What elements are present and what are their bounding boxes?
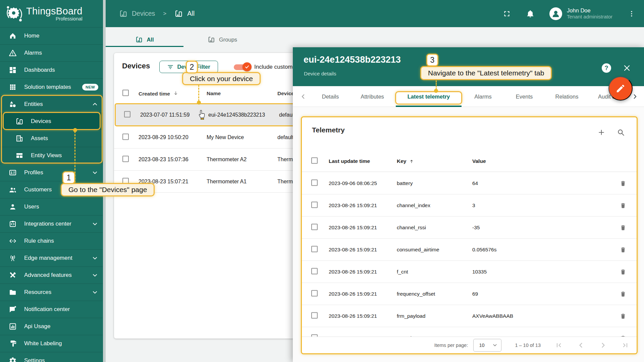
tab-events[interactable]: Events bbox=[516, 86, 533, 107]
sidebar-item-settings[interactable]: Settings bbox=[0, 352, 103, 362]
tab-relations[interactable]: Relations bbox=[555, 86, 579, 107]
delete-icon[interactable] bbox=[620, 290, 627, 297]
sidebar-item-entities[interactable]: Entities bbox=[0, 96, 103, 113]
sidebar-item-integrations-center[interactable]: Integrations center bbox=[0, 215, 103, 232]
avatar[interactable] bbox=[549, 7, 562, 20]
column-created-time[interactable]: Created time bbox=[139, 90, 179, 97]
sidebar-item-advanced-features[interactable]: Advanced features bbox=[0, 266, 103, 284]
sidebar-item-home[interactable]: Home bbox=[0, 27, 103, 44]
row-checkbox[interactable] bbox=[311, 312, 318, 318]
help-button[interactable]: ? bbox=[602, 63, 611, 73]
sidebar-item-resources[interactable]: Resources bbox=[0, 284, 103, 301]
sidebar-item-devices[interactable]: Devices bbox=[0, 113, 103, 130]
sidebar-item-dashboards[interactable]: Dashboards bbox=[0, 61, 103, 78]
telemetry-row[interactable]: 2023-09-06 08:06:25 battery 64 bbox=[302, 172, 637, 194]
delete-icon[interactable] bbox=[620, 246, 627, 253]
tabs-scroll-left-icon[interactable] bbox=[300, 93, 307, 100]
sidebar-item-api-usage[interactable]: Api Usage bbox=[0, 318, 103, 335]
device-name: eui-24e124538b223213 bbox=[208, 112, 265, 118]
folder-icon bbox=[9, 288, 17, 296]
include-customers-toggle-thumb[interactable] bbox=[243, 62, 252, 71]
select-all-checkbox[interactable] bbox=[311, 158, 318, 164]
notifications-bell-icon[interactable] bbox=[526, 9, 535, 18]
telemetry-row[interactable]: 2023-08-26 15:09:21 f_cnt 10335 bbox=[302, 261, 637, 283]
row-checkbox[interactable] bbox=[122, 133, 129, 140]
delete-icon[interactable] bbox=[620, 180, 627, 187]
telemetry-table-header: Last update time Key Value bbox=[302, 151, 637, 172]
device-title: eui-24e124538b223213 bbox=[304, 55, 401, 65]
tab-groups[interactable]: Groups bbox=[208, 32, 237, 47]
fullscreen-icon[interactable] bbox=[502, 9, 511, 18]
close-icon[interactable] bbox=[623, 64, 631, 72]
breadcrumb-all[interactable]: All bbox=[174, 9, 195, 18]
sidebar-item-edge-management[interactable]: Edge management bbox=[0, 249, 103, 266]
items-per-page-select[interactable]: 10 bbox=[473, 339, 501, 352]
last-page-icon[interactable] bbox=[621, 341, 629, 349]
delete-icon[interactable] bbox=[620, 268, 627, 275]
callout-2-text: Click on your device bbox=[182, 72, 261, 85]
callout-2-connector bbox=[198, 85, 199, 101]
row-checkbox[interactable] bbox=[311, 224, 318, 230]
telemetry-row[interactable]: 2023-08-26 15:09:21 consumed_airtime 0.0… bbox=[302, 239, 637, 261]
breadcrumb-devices[interactable]: Devices bbox=[119, 9, 155, 18]
delete-icon[interactable] bbox=[620, 312, 627, 319]
tab-alarms[interactable]: Alarms bbox=[474, 86, 491, 107]
sidebar-item-assets[interactable]: Assets bbox=[0, 130, 103, 147]
select-all-checkbox[interactable] bbox=[122, 90, 129, 96]
pagination-range: 1 – 10 of 13 bbox=[515, 343, 541, 348]
telemetry-row[interactable]: 2023-08-26 15:09:21 channel_rssi -35 bbox=[302, 217, 637, 239]
row-checkbox[interactable] bbox=[311, 290, 318, 296]
telemetry-title: Telemetry bbox=[312, 126, 345, 134]
telemetry-row[interactable]: 2023-08-26 15:09:21 frm_payload AXVeAwAB… bbox=[302, 305, 637, 327]
row-checkbox[interactable] bbox=[311, 268, 318, 274]
device-created-time: 2023-07-07 11:51:59 bbox=[140, 112, 190, 118]
telemetry-value: 64 bbox=[472, 180, 478, 186]
sidebar-item-label: Customers bbox=[24, 186, 52, 193]
sidebar-item-profiles[interactable]: Profiles bbox=[0, 164, 103, 181]
sidebar-item-alarms[interactable]: Alarms bbox=[0, 44, 103, 61]
tab-details[interactable]: Details bbox=[322, 86, 339, 107]
sidebar-scrollbar[interactable] bbox=[103, 0, 106, 362]
sidebar-item-entity-views[interactable]: Entity Views bbox=[0, 147, 103, 164]
edit-device-fab[interactable] bbox=[608, 76, 633, 101]
add-telemetry-icon[interactable] bbox=[597, 128, 606, 137]
breadcrumb: Devices > All bbox=[119, 0, 195, 27]
app-logo[interactable]: ThingsBoard Professional bbox=[0, 0, 103, 27]
sidebar-item-solution-templates[interactable]: Solution templatesNEW bbox=[0, 78, 103, 96]
tab-attributes[interactable]: Attributes bbox=[361, 86, 384, 107]
rule-chains-icon bbox=[9, 237, 17, 245]
row-checkbox[interactable] bbox=[311, 201, 318, 208]
previous-page-icon[interactable] bbox=[577, 341, 585, 349]
tabs-scroll-right-icon[interactable] bbox=[631, 93, 639, 100]
tab-latest-telemetry[interactable]: Latest telemetry bbox=[408, 86, 450, 107]
telemetry-card: Telemetry Last update time Key Value 202… bbox=[301, 116, 638, 354]
column-value[interactable]: Value bbox=[472, 158, 486, 164]
row-checkbox[interactable] bbox=[122, 156, 129, 162]
chevron-down-icon bbox=[92, 272, 98, 279]
row-checkbox[interactable] bbox=[311, 179, 318, 186]
telemetry-row[interactable]: 2023-08-26 15:09:21 channel_index 3 bbox=[302, 194, 637, 217]
search-icon[interactable] bbox=[616, 128, 625, 137]
column-last-update-time[interactable]: Last update time bbox=[329, 158, 370, 164]
row-checkbox[interactable] bbox=[311, 246, 318, 252]
devices-icon bbox=[135, 36, 143, 43]
telemetry-time: 2023-08-26 15:09:21 bbox=[329, 247, 377, 253]
first-page-icon[interactable] bbox=[555, 341, 563, 349]
column-key[interactable]: Key bbox=[397, 158, 414, 164]
delete-icon[interactable] bbox=[620, 202, 627, 209]
active-tab-underline bbox=[106, 46, 183, 47]
column-name[interactable]: Name bbox=[207, 90, 221, 97]
gear-icon bbox=[9, 357, 17, 362]
sidebar-item-notification-center[interactable]: Notification center bbox=[0, 301, 103, 318]
next-page-icon[interactable] bbox=[599, 341, 607, 349]
sidebar-item-rule-chains[interactable]: Rule chains bbox=[0, 232, 103, 249]
user-info[interactable]: John Doe Tenant administrator bbox=[567, 7, 612, 20]
telemetry-row[interactable]: 2023-08-26 15:09:21 frequency_offset 69 bbox=[302, 283, 637, 305]
tab-all[interactable]: All bbox=[135, 32, 154, 47]
telemetry-value: -35 bbox=[472, 225, 480, 231]
kebab-menu-icon[interactable] bbox=[628, 10, 635, 17]
sidebar-item-white-labeling[interactable]: White Labeling bbox=[0, 335, 103, 352]
sidebar-item-users[interactable]: Users bbox=[0, 198, 103, 215]
row-checkbox[interactable] bbox=[124, 111, 130, 117]
delete-icon[interactable] bbox=[620, 224, 627, 231]
